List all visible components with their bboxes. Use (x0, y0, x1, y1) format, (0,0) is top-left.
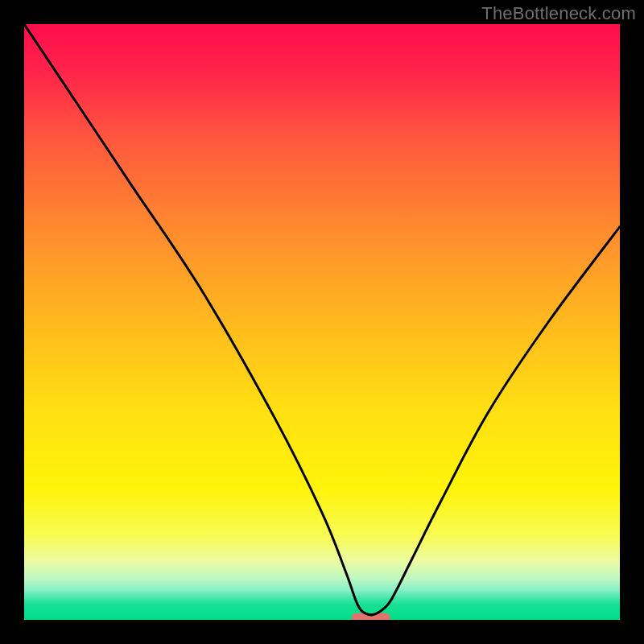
plot-area (24, 24, 620, 620)
gradient-background (24, 24, 620, 620)
bottleneck-chart (24, 24, 620, 620)
watermark-text: TheBottleneck.com (481, 3, 636, 24)
chart-frame: TheBottleneck.com (0, 0, 644, 644)
